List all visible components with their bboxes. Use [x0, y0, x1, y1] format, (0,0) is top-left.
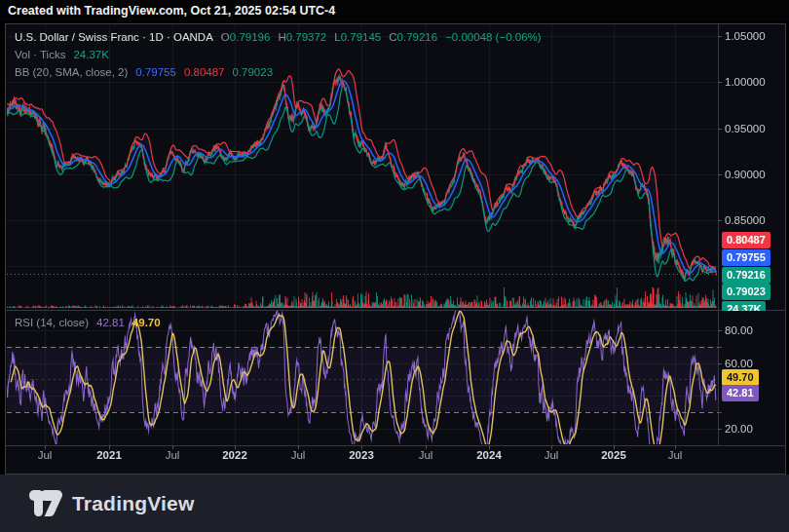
- time-axis-label: 2024: [468, 449, 510, 461]
- snapshot-header-title: Created with TradingView.com, Oct 21, 20…: [8, 4, 335, 18]
- axis-price-badge: 49.70: [722, 369, 759, 386]
- snapshot-header: Created with TradingView.com, Oct 21, 20…: [0, 0, 789, 21]
- snapshot-footer: TradingView: [0, 475, 789, 532]
- tradingview-wordmark[interactable]: TradingView: [72, 492, 195, 515]
- chart-widget: U.S. Dollar / Swiss Franc · 1D · OANDAO0…: [5, 23, 786, 475]
- rsi-axis-label: 20.00: [725, 421, 753, 437]
- rsi-label: RSI (14, close): [15, 317, 89, 328]
- main-pane-overlay: 24.37K: [6, 24, 785, 311]
- time-axis-label: 2023: [340, 449, 383, 461]
- time-axis-label: Jul: [654, 449, 696, 461]
- rsi-ma-value: 49.70: [132, 317, 161, 328]
- time-axis-label: Jul: [151, 449, 194, 461]
- time-axis-label: Jul: [23, 449, 66, 461]
- axis-price-badge: 42.81: [722, 385, 759, 401]
- time-axis-label: Jul: [404, 449, 447, 461]
- time-axis-label: 2025: [592, 449, 635, 461]
- rsi-value: 42.81: [96, 317, 125, 328]
- axis-price-badge: 24.37K: [722, 301, 766, 311]
- time-axis-label: 2021: [88, 449, 131, 461]
- rsi-axis-label: 80.00: [725, 323, 753, 338]
- time-axis-label: Jul: [530, 449, 573, 461]
- rsi-legend: RSI (14, close)42.8149.70: [15, 316, 161, 330]
- time-axis-label: 2022: [213, 449, 256, 461]
- tradingview-logo-icon[interactable]: [29, 490, 62, 516]
- time-axis-label: Jul: [277, 449, 319, 461]
